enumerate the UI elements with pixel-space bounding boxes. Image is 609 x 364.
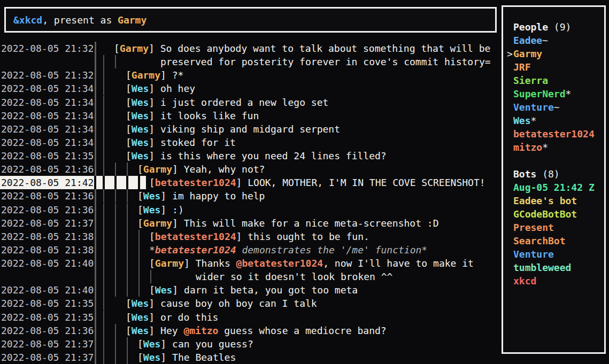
chat-message-row[interactable]: 2022-08-05 21:35[Wes] or do this <box>0 311 502 324</box>
roster-nick[interactable]: SuperNerd <box>513 88 566 99</box>
bots-list-item[interactable]: Eadee's bot <box>503 194 604 207</box>
message-text: cause boy oh boy can I talk <box>160 298 317 309</box>
chat-message-row[interactable]: 2022-08-05 21:32[Garmy] So does anybody … <box>0 42 502 55</box>
chat-message-row[interactable]: 2022-08-05 21:37[Wes] can you guess? <box>0 337 502 351</box>
chat-message-row[interactable]: 2022-08-05 21:35[Wes] is this where you … <box>0 149 502 162</box>
message-nick[interactable]: betatester1024 <box>155 244 236 255</box>
mention[interactable]: @betatester1024 <box>236 258 323 269</box>
chat-message-row[interactable]: 2022-08-05 21:34[Wes] it looks like fun <box>0 109 502 122</box>
chat-message-row[interactable]: 2022-08-05 21:34[Wes] stoked for it <box>0 136 502 149</box>
message-nick[interactable]: Wes <box>132 83 149 94</box>
chat-message-row[interactable]: 2022-08-05 21:36[Garmy] Yeah, why not? <box>0 162 502 176</box>
roster-nick[interactable]: Eadee <box>513 35 542 46</box>
roster-nick[interactable]: Garmy <box>513 48 542 59</box>
people-list-item[interactable]: Eadee~ <box>503 34 604 47</box>
message-text: Thanks <box>196 258 236 269</box>
chat-message-row[interactable]: 2022-08-05 21:40[Garmy] Thanks @betatest… <box>0 257 502 270</box>
chat-log[interactable]: 2022-08-05 21:32[Garmy] So does anybody … <box>0 42 502 364</box>
bots-list-item[interactable]: GCodeBotBot <box>503 207 604 221</box>
chat-message-row[interactable]: preserved for posterity forever in cove'… <box>0 55 502 68</box>
message-nick[interactable]: Wes <box>132 325 149 336</box>
message-nick[interactable]: Wes <box>132 298 149 309</box>
roster-nick[interactable]: Wes <box>513 115 531 126</box>
message-nick[interactable]: Wes <box>143 204 161 215</box>
chat-message-row[interactable]: wider so it doesn't look broken ^^ <box>0 270 502 283</box>
roster-nick[interactable]: GCodeBotBot <box>513 208 577 220</box>
bots-list-item[interactable]: tumbleweed <box>503 261 604 274</box>
thread-indent-guide <box>103 270 104 283</box>
roster-nick[interactable]: Venture <box>513 249 554 260</box>
message-nick[interactable]: Wes <box>132 110 149 121</box>
message-nick[interactable]: Garmy <box>132 69 160 81</box>
message-nick[interactable]: betatester1024 <box>155 231 236 242</box>
message-nick[interactable]: Wes <box>132 137 149 148</box>
message-nick[interactable]: Wes <box>143 190 161 202</box>
roster-nick[interactable]: mitzo <box>513 142 542 153</box>
message-nick[interactable]: Garmy <box>155 258 184 269</box>
chat-message-row[interactable]: 2022-08-05 21:32[Garmy] ?* <box>0 68 502 82</box>
roster-nick[interactable]: JRF <box>513 61 531 73</box>
message-nick[interactable]: Wes <box>132 312 149 323</box>
people-header: People (9) <box>503 20 604 34</box>
message-body: preserved for posterity forever in cove'… <box>160 55 491 68</box>
people-list-item[interactable]: mitzo* <box>503 141 604 154</box>
people-list-item[interactable]: JRF <box>503 60 604 74</box>
message-nick[interactable]: Wes <box>155 284 173 296</box>
nick-bracket: ] <box>236 231 248 242</box>
roster-nick[interactable]: xkcd <box>513 275 536 286</box>
people-list-item[interactable]: >Garmy <box>503 47 604 60</box>
people-list-item[interactable]: Wes* <box>503 114 604 127</box>
chat-action-row[interactable]: 2022-08-05 21:38*betatester1024 demonstr… <box>0 243 502 257</box>
roster-nick[interactable]: Eadee's bot <box>513 195 577 206</box>
chat-message-row[interactable]: 2022-08-05 21:34[Wes] i just ordered a n… <box>0 96 502 109</box>
chat-message-row[interactable]: 2022-08-05 21:37[Wes] The Beatles <box>0 351 502 364</box>
thread-indent-guide <box>127 351 128 364</box>
message-body: [Wes] can you guess? <box>137 337 253 351</box>
message-nick[interactable]: Garmy <box>120 43 149 54</box>
chat-message-row[interactable]: 2022-08-05 21:34[Wes] oh hey <box>0 82 502 95</box>
bots-list-item[interactable]: Venture <box>503 247 604 261</box>
chat-message-row[interactable]: 2022-08-05 21:35[Wes] cause boy oh boy c… <box>0 297 502 310</box>
roster-nick[interactable]: Venture <box>513 102 554 113</box>
nick-bracket: [ <box>126 298 132 309</box>
message-nick[interactable]: Wes <box>132 97 149 108</box>
mention[interactable]: @mitzo <box>183 325 218 336</box>
roster-nick[interactable]: tumbleweed <box>513 262 571 273</box>
roster-nick[interactable]: Aug-05 21:42 Z <box>513 182 595 193</box>
thread-indent-guide <box>115 162 116 176</box>
people-list-item[interactable]: betatester1024 <box>503 127 604 141</box>
bots-list-item[interactable]: Aug-05 21:42 Z <box>503 181 604 194</box>
message-nick[interactable]: Garmy <box>143 218 172 229</box>
message-nick[interactable]: Wes <box>143 338 161 350</box>
chat-message-row[interactable]: 2022-08-05 21:36[Wes] Hey @mitzo guess w… <box>0 324 502 337</box>
message-nick[interactable]: betatester1024 <box>155 177 236 188</box>
roster-nick[interactable]: Sierra <box>513 75 548 86</box>
roster-nick[interactable]: Present <box>513 222 554 233</box>
roster-nick[interactable]: betatester1024 <box>513 128 595 140</box>
message-nick[interactable]: Wes <box>132 150 149 161</box>
chat-message-row[interactable]: 2022-08-05 21:40[Wes] darn it beta, you … <box>0 283 502 297</box>
bots-list-item[interactable]: xkcd <box>503 274 604 288</box>
people-list-item[interactable]: Sierra <box>503 74 604 87</box>
thread-indent-guide <box>103 216 104 230</box>
roster-nick[interactable]: SearchBot <box>513 235 566 246</box>
people-list-item[interactable]: Venture~ <box>503 100 604 114</box>
message-body: [Wes] Hey @mitzo guess whose a mediocre … <box>126 324 387 337</box>
message-body: [Garmy] ?* <box>126 68 183 82</box>
chat-message-row[interactable]: 2022-08-05 21:37[Garmy] This will make f… <box>0 216 502 230</box>
bots-list-item[interactable]: Present <box>503 221 604 234</box>
chat-message-row[interactable]: 2022-08-05 21:34[Wes] viking ship and mi… <box>0 122 502 136</box>
message-nick[interactable]: Garmy <box>143 164 172 175</box>
message-text: is this where you need 24 lines filled? <box>160 150 387 161</box>
bots-list-item[interactable]: SearchBot <box>503 234 604 247</box>
chat-message-row[interactable]: 2022-08-05 21:36[Wes] im happy to help <box>0 189 502 203</box>
chat-message-row[interactable]: 2022-08-05 21:36[Wes] :) <box>0 203 502 216</box>
chat-message-row[interactable]: 2022-08-05 21:42[betatester1024] LOOK, M… <box>0 176 502 189</box>
message-nick[interactable]: Wes <box>143 352 161 363</box>
chat-message-row[interactable]: 2022-08-05 21:38[betatester1024] this ou… <box>0 230 502 243</box>
message-timestamp: 2022-08-05 21:42 <box>1 176 94 189</box>
people-list-item[interactable]: SuperNerd* <box>503 87 604 100</box>
nick-bracket: ] <box>149 97 160 108</box>
message-timestamp: 2022-08-05 21:34 <box>1 122 94 136</box>
message-nick[interactable]: Wes <box>132 123 149 135</box>
